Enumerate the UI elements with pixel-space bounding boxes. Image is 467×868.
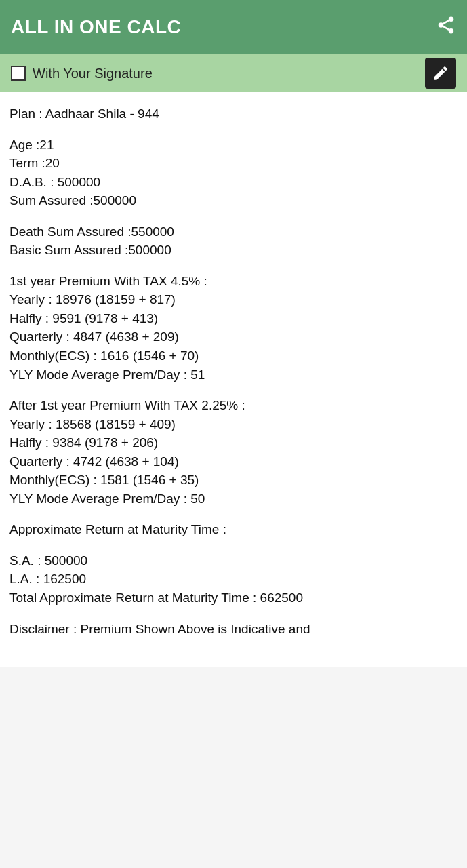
signature-bar: With Your Signature	[0, 54, 467, 92]
death-sum-assured: Death Sum Assured :550000	[9, 222, 458, 241]
main-content: Plan : Aadhaar Shila - 944 Age :21 Term …	[0, 92, 467, 667]
first-year-monthly: Monthly(ECS) : 1616 (1546 + 70)	[9, 347, 458, 366]
maturity-values-section: S.A. : 500000 L.A. : 162500 Total Approx…	[9, 551, 458, 608]
maturity-title: Approximate Return at Maturity Time :	[9, 520, 458, 539]
svg-point-1	[439, 22, 444, 28]
first-year-halfly: Halfly : 9591 (9178 + 413)	[9, 309, 458, 328]
app-title: ALL IN ONE CALC	[11, 16, 181, 38]
signature-label: With Your Signature	[33, 66, 418, 81]
first-year-yly-avg: YLY Mode Average Prem/Day : 51	[9, 366, 458, 384]
first-year-yearly: Yearly : 18976 (18159 + 817)	[9, 290, 458, 309]
after-first-year-title: After 1st year Premium With TAX 2.25% :	[9, 396, 458, 415]
plan-sum-assured: Sum Assured :500000	[9, 191, 458, 210]
after-first-year-monthly: Monthly(ECS) : 1581 (1546 + 35)	[9, 471, 458, 490]
after-first-year-halfly: Halfly : 9384 (9178 + 206)	[9, 433, 458, 452]
basic-sum-assured: Basic Sum Assured :500000	[9, 241, 458, 260]
maturity-la: L.A. : 162500	[9, 570, 458, 589]
after-first-year-quarterly: Quarterly : 4742 (4638 + 104)	[9, 452, 458, 471]
plan-age: Age :21	[9, 136, 458, 155]
svg-line-4	[443, 20, 449, 24]
assured-section: Death Sum Assured :550000 Basic Sum Assu…	[9, 222, 458, 260]
svg-point-0	[449, 16, 454, 22]
maturity-total: Total Approximate Return at Maturity Tim…	[9, 589, 458, 608]
svg-point-2	[449, 28, 454, 34]
plan-term: Term :20	[9, 154, 458, 173]
maturity-sa: S.A. : 500000	[9, 551, 458, 570]
first-year-title: 1st year Premium With TAX 4.5% :	[9, 272, 458, 291]
first-year-section: 1st year Premium With TAX 4.5% : Yearly …	[9, 272, 458, 384]
after-first-year-yly-avg: YLY Mode Average Prem/Day : 50	[9, 490, 458, 509]
after-first-year-section: After 1st year Premium With TAX 2.25% : …	[9, 396, 458, 508]
signature-checkbox[interactable]	[11, 66, 26, 81]
plan-name: Plan : Aadhaar Shila - 944	[9, 104, 458, 123]
plan-dab: D.A.B. : 500000	[9, 173, 458, 192]
first-year-quarterly: Quarterly : 4847 (4638 + 209)	[9, 328, 458, 347]
svg-line-3	[443, 26, 449, 29]
disclaimer-section: Disclaimer : Premium Shown Above is Indi…	[9, 620, 458, 639]
after-first-year-yearly: Yearly : 18568 (18159 + 409)	[9, 415, 458, 434]
plan-details-section: Age :21 Term :20 D.A.B. : 500000 Sum Ass…	[9, 136, 458, 210]
edit-button[interactable]	[425, 58, 456, 89]
disclaimer-text: Disclaimer : Premium Shown Above is Indi…	[9, 620, 458, 639]
share-icon[interactable]	[436, 15, 456, 40]
maturity-section: Approximate Return at Maturity Time :	[9, 520, 458, 539]
app-header: ALL IN ONE CALC	[0, 0, 467, 54]
plan-section: Plan : Aadhaar Shila - 944	[9, 104, 458, 123]
